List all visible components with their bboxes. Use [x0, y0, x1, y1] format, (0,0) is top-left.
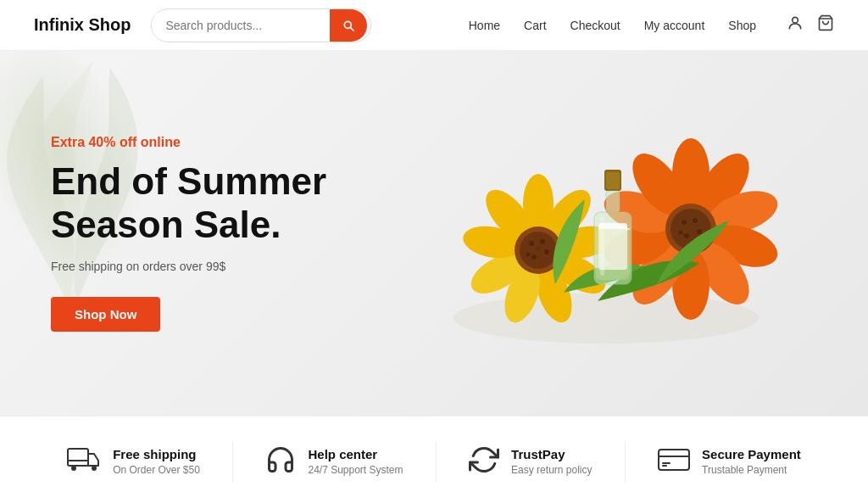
- svg-rect-44: [68, 449, 88, 466]
- search-button[interactable]: [330, 9, 367, 42]
- svg-point-45: [71, 466, 76, 471]
- svg-point-34: [697, 229, 702, 234]
- nav-link-cart[interactable]: Cart: [524, 19, 546, 32]
- hero-section: Extra 40% off online End of Summer Seaso…: [0, 51, 868, 416]
- svg-point-2: [453, 293, 759, 344]
- nav-link-myaccount[interactable]: My account: [644, 19, 705, 32]
- svg-point-19: [536, 246, 541, 251]
- nav-link-home[interactable]: Home: [469, 19, 500, 32]
- svg-point-0: [793, 17, 798, 23]
- svg-rect-39: [606, 191, 620, 212]
- refresh-icon: [469, 444, 499, 479]
- feature-divider-2: [436, 440, 437, 483]
- svg-rect-43: [600, 216, 604, 276]
- svg-rect-38: [606, 172, 620, 189]
- hero-image-area: [396, 98, 817, 369]
- feature-divider-1: [232, 440, 233, 483]
- hero-title: End of Summer Season Sale.: [51, 160, 396, 246]
- hero-subtitle: Free shipping on orders over 99$: [51, 260, 396, 273]
- cart-icon[interactable]: [817, 14, 834, 36]
- truck-icon: [67, 445, 101, 478]
- user-icon[interactable]: [787, 14, 804, 36]
- feature-secure-payment-text: Secure Payment Trustable Payment: [702, 447, 801, 476]
- feature-trustpay-text: TrustPay Easy return policy: [511, 447, 592, 476]
- hero-illustration: [428, 98, 784, 369]
- hero-eyebrow: Extra 40% off online: [51, 135, 396, 150]
- headphones-icon: [265, 444, 296, 479]
- shop-now-button[interactable]: Shop Now: [51, 297, 160, 332]
- feature-divider-3: [625, 440, 626, 483]
- svg-point-18: [526, 253, 531, 257]
- feature-help-center-text: Help center 24/7 Support System: [308, 447, 403, 476]
- svg-point-46: [92, 466, 97, 471]
- feature-free-shipping-text: Free shipping On Order Over $50: [113, 447, 200, 476]
- svg-point-36: [679, 231, 683, 235]
- svg-point-32: [682, 220, 687, 225]
- feature-free-shipping: Free shipping On Order Over $50: [67, 445, 200, 478]
- search-bar: [151, 8, 371, 42]
- feature-trustpay: TrustPay Easy return policy: [469, 444, 592, 479]
- credit-card-icon: [658, 447, 690, 477]
- svg-rect-48: [659, 450, 689, 470]
- hero-content: Extra 40% off online End of Summer Seaso…: [51, 135, 396, 332]
- nav-icons: [787, 14, 834, 36]
- site-header: Infinix Shop Home Cart Checkout My accou…: [0, 0, 868, 51]
- svg-point-35: [684, 233, 689, 238]
- svg-point-33: [693, 218, 698, 223]
- search-input[interactable]: [152, 12, 330, 39]
- svg-point-14: [529, 241, 534, 246]
- nav-link-shop[interactable]: Shop: [728, 19, 756, 32]
- feature-help-center: Help center 24/7 Support System: [265, 444, 403, 479]
- site-logo: Infinix Shop: [34, 15, 131, 35]
- svg-point-17: [531, 254, 537, 260]
- svg-point-15: [540, 239, 545, 244]
- features-strip: Free shipping On Order Over $50 Help cen…: [0, 416, 868, 492]
- feature-secure-payment: Secure Payment Trustable Payment: [658, 447, 801, 477]
- search-icon: [342, 19, 355, 32]
- main-nav: Home Cart Checkout My account Shop: [469, 14, 834, 36]
- svg-point-16: [544, 249, 549, 254]
- nav-link-checkout[interactable]: Checkout: [570, 19, 620, 32]
